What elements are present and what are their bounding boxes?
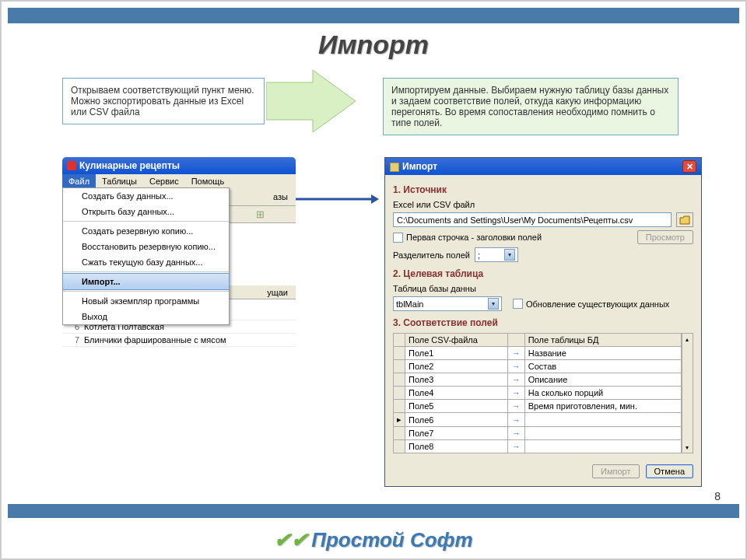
col-csv-header: Поле CSV-файла (405, 334, 508, 347)
menu-item-new-instance[interactable]: Новый экземпляр программы (63, 293, 229, 309)
page-title: Импорт (2, 30, 745, 60)
cancel-button[interactable]: Отмена (646, 464, 693, 478)
slide-top-bar (8, 8, 739, 23)
menu-item-create-db[interactable]: Создать базу данных... (63, 188, 229, 204)
menu-item-exit[interactable]: Выход (63, 309, 229, 324)
check-icon: ✔✔ (274, 528, 308, 551)
import-dialog: Импорт ✕ 1. Источник Excel или CSV файл … (384, 157, 702, 487)
menu-item-open-db[interactable]: Открыть базу данных... (63, 204, 229, 219)
first-row-headers-label[interactable]: Первая строчка - заголовки полей (393, 233, 542, 243)
dialog-title: Импорт (402, 161, 437, 172)
first-row-headers-checkbox[interactable] (393, 233, 403, 243)
menu-item-import[interactable]: Импорт... (62, 273, 230, 290)
callout-right: Импортируем данные. Выбираем нужную табл… (383, 78, 679, 135)
menu-item-backup[interactable]: Создать резервную копию... (63, 223, 229, 239)
blue-arrow-icon (286, 194, 379, 204)
update-existing-label[interactable]: Обновление существующих данных (513, 299, 669, 309)
file-path-input[interactable] (393, 212, 672, 227)
menu-help[interactable]: Помощь (185, 174, 231, 188)
menu-item-compact[interactable]: Сжать текущую базу данных... (63, 254, 229, 270)
separator-select[interactable]: ; ▾ (475, 247, 518, 262)
preview-button[interactable]: Просмотр (637, 230, 693, 244)
menu-tables[interactable]: Таблицы (96, 174, 143, 188)
menu-service[interactable]: Сервис (143, 174, 185, 188)
app-icon (67, 161, 76, 170)
field-mapping-table[interactable]: Поле CSV-файла Поле таблицы БД Поле1→Наз… (393, 333, 682, 453)
list-row: 7Блинчики фаршированные с мясом (62, 334, 296, 347)
file-dropdown: Создать базу данных... Открыть базу данн… (62, 187, 230, 325)
dialog-title-bar[interactable]: Импорт ✕ (385, 158, 701, 175)
table-scrollbar[interactable]: ▴ ▾ (682, 333, 693, 453)
chevron-down-icon: ▾ (488, 298, 499, 310)
menu-file[interactable]: Файл (62, 174, 96, 188)
brand-logo: ✔✔Простой Софт (2, 528, 745, 552)
scroll-up-icon[interactable]: ▴ (682, 334, 693, 345)
scroll-down-icon[interactable]: ▾ (682, 442, 693, 453)
col-db-header: Поле таблицы БД (524, 334, 681, 347)
section-2-title: 2. Целевая таблица (393, 268, 693, 279)
section-3-title: 3. Соответствие полей (393, 317, 693, 328)
col-arrow-header (507, 334, 524, 347)
close-button[interactable]: ✕ (682, 160, 696, 173)
target-table-label: Таблица базы данны (393, 284, 693, 293)
callout-left: Открываем соответствующий пункт меню. Мо… (62, 78, 265, 124)
update-existing-checkbox[interactable] (513, 299, 523, 309)
app-title-bar: Кулинарные рецепты (62, 157, 296, 174)
row-header (394, 334, 405, 347)
import-button[interactable]: Импорт (592, 464, 639, 478)
green-arrow-icon (266, 70, 359, 132)
browse-button[interactable] (676, 212, 693, 227)
section-1-title: 1. Источник (393, 184, 693, 195)
mapping-rows: Поле1→Название Поле2→Состав Поле3→Описан… (394, 347, 682, 453)
slide-bottom-bar (8, 504, 739, 518)
svg-marker-0 (266, 70, 356, 132)
page-number: 8 (714, 490, 721, 502)
target-table-select[interactable]: tblMain ▾ (393, 296, 502, 311)
tree-icon: ⊞ (256, 208, 265, 220)
separator-label: Разделитель полей (393, 250, 470, 260)
app-title: Кулинарные рецепты (79, 160, 180, 171)
recipes-app-window: Кулинарные рецепты Файл Таблицы Сервис П… (62, 157, 296, 189)
menu-item-restore[interactable]: Восстановить резервную копию... (63, 239, 229, 254)
chevron-down-icon: ▾ (504, 249, 515, 261)
dialog-icon (390, 163, 399, 172)
svg-marker-2 (371, 194, 379, 204)
file-label: Excel или CSV файл (393, 200, 693, 209)
